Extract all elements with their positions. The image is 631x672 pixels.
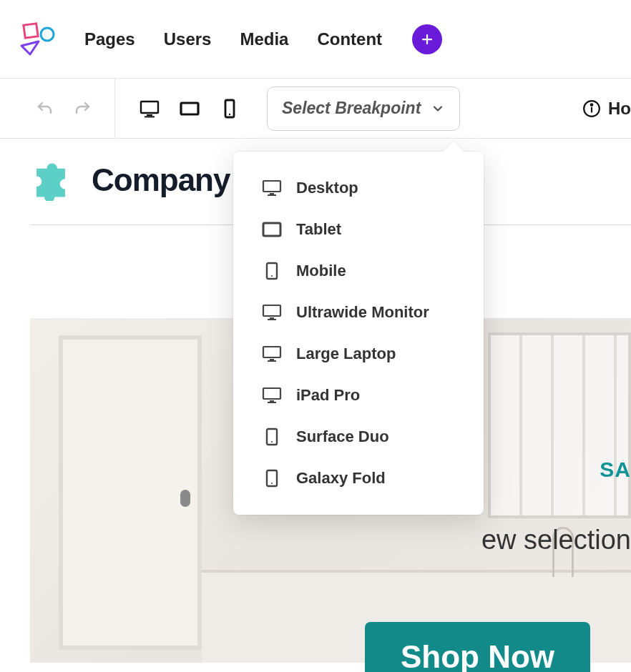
svg-rect-20 [270, 317, 274, 319]
svg-rect-16 [263, 223, 280, 236]
svg-rect-0 [24, 23, 38, 37]
puzzle-icon [30, 159, 72, 201]
shop-now-button[interactable]: Shop Now [365, 622, 590, 672]
device-preview-icons [115, 79, 264, 138]
add-button[interactable] [412, 24, 442, 54]
dropdown-item-label: Large Laptop [296, 345, 396, 363]
dropdown-item-label: Desktop [296, 179, 358, 197]
dropdown-item-galaxy-fold[interactable]: Galaxy Fold [233, 458, 484, 499]
svg-point-1 [41, 28, 54, 41]
svg-rect-27 [268, 402, 276, 403]
tablet-icon [262, 221, 282, 238]
selection-text: ew selection [481, 525, 631, 555]
dropdown-item-label: Tablet [296, 220, 341, 239]
info-icon[interactable] [582, 99, 601, 118]
company-name: Company [92, 162, 230, 198]
desktop-icon [262, 345, 282, 362]
breakpoint-select[interactable]: Select Breakpoint [267, 87, 460, 131]
history-controls [36, 79, 115, 138]
dropdown-item-desktop[interactable]: Desktop [233, 167, 484, 209]
desktop-icon [262, 387, 282, 404]
nav-item-content[interactable]: Content [317, 29, 382, 49]
dropdown-item-label: Ultrawide Monitor [296, 303, 429, 322]
mobile-icon [262, 428, 282, 445]
mobile-icon [262, 262, 282, 280]
svg-rect-23 [270, 359, 274, 360]
nav-item-media[interactable]: Media [240, 29, 288, 49]
svg-rect-7 [181, 103, 198, 114]
breakpoint-dropdown: Desktop Tablet Mobile Ultrawide Monitor … [233, 152, 484, 515]
mobile-icon[interactable] [220, 99, 240, 119]
redo-icon[interactable] [74, 100, 92, 117]
svg-point-31 [271, 483, 273, 484]
toolbar-right: Ho [582, 99, 631, 119]
svg-rect-24 [268, 360, 276, 362]
svg-point-9 [229, 113, 230, 114]
svg-point-29 [271, 441, 273, 443]
chevron-down-icon [431, 102, 445, 116]
desktop-icon [262, 304, 282, 321]
desktop-icon[interactable] [140, 99, 160, 119]
svg-point-18 [271, 275, 273, 277]
svg-rect-13 [263, 181, 280, 192]
toolbar-right-label[interactable]: Ho [608, 99, 631, 119]
editor-toolbar: Select Breakpoint Ho [0, 79, 631, 139]
sale-tag: SA [600, 458, 631, 482]
mobile-icon [262, 470, 282, 487]
dropdown-item-label: iPad Pro [296, 386, 360, 405]
desktop-icon [262, 179, 282, 197]
undo-icon[interactable] [36, 100, 53, 117]
svg-rect-25 [263, 388, 280, 399]
svg-rect-6 [145, 116, 155, 117]
nav-item-pages[interactable]: Pages [84, 29, 135, 49]
svg-rect-26 [270, 400, 274, 402]
svg-rect-14 [270, 193, 274, 194]
dropdown-item-label: Galaxy Fold [296, 469, 386, 488]
svg-point-12 [591, 104, 593, 106]
top-navbar: Pages Users Media Content [0, 0, 631, 79]
nav-items: Pages Users Media Content [84, 24, 442, 54]
tablet-icon[interactable] [180, 99, 200, 119]
svg-rect-19 [263, 305, 280, 316]
dropdown-item-large-laptop[interactable]: Large Laptop [233, 333, 484, 375]
dropdown-item-ipad-pro[interactable]: iPad Pro [233, 375, 484, 416]
dropdown-item-mobile[interactable]: Mobile [233, 250, 484, 292]
svg-rect-5 [147, 114, 152, 116]
breakpoint-placeholder: Select Breakpoint [282, 99, 421, 118]
svg-rect-4 [141, 102, 158, 113]
svg-rect-15 [268, 194, 276, 196]
nav-item-users[interactable]: Users [164, 29, 212, 49]
dropdown-item-surface-duo[interactable]: Surface Duo [233, 416, 484, 458]
dropdown-item-label: Surface Duo [296, 428, 389, 446]
dropdown-item-label: Mobile [296, 262, 346, 280]
app-logo [20, 21, 56, 57]
dropdown-item-tablet[interactable]: Tablet [233, 209, 484, 250]
dropdown-item-ultrawide[interactable]: Ultrawide Monitor [233, 292, 484, 333]
svg-rect-22 [263, 347, 280, 357]
svg-rect-21 [268, 319, 276, 320]
